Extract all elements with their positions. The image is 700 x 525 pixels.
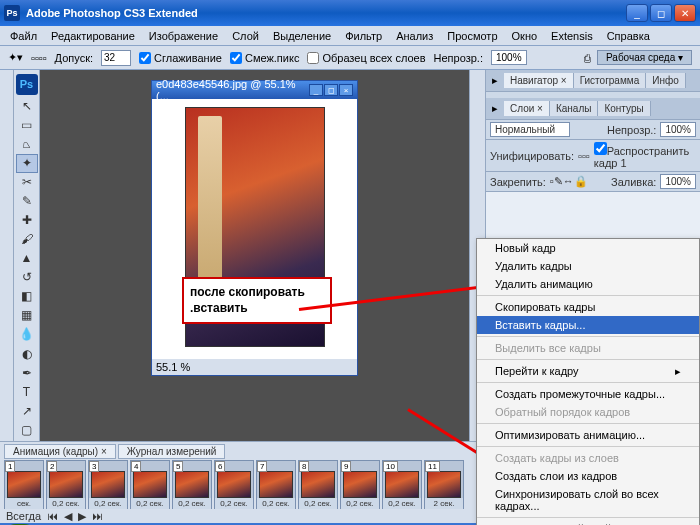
pen-tool[interactable]: ✒ <box>16 363 38 382</box>
all-layers-check[interactable]: Образец всех слоев <box>307 52 425 64</box>
rewind-icon[interactable]: ⏮ <box>47 510 58 522</box>
menu-file[interactable]: Файл <box>4 28 43 44</box>
frame-4[interactable]: 40,2 сек. <box>130 460 170 509</box>
fill-value[interactable]: 100% <box>660 174 696 189</box>
annotation-box: после скопировать .вставить <box>182 277 332 324</box>
frame-1[interactable]: 1сек. <box>4 460 44 509</box>
type-tool[interactable]: T <box>16 382 38 401</box>
eraser-tool[interactable]: ◧ <box>16 287 38 306</box>
frame-9[interactable]: 90,2 сек. <box>340 460 380 509</box>
tab-navigator[interactable]: Навигатор × <box>504 73 574 88</box>
cm-tween[interactable]: Создать промежуточные кадры... <box>477 385 699 403</box>
play-icon[interactable]: ▶ <box>78 510 86 523</box>
marquee-tool[interactable]: ▭ <box>16 116 38 135</box>
frame-5[interactable]: 50,2 сек. <box>172 460 212 509</box>
tab-animation[interactable]: Анимация (кадры) × <box>4 444 116 459</box>
dodge-tool[interactable]: ◐ <box>16 344 38 363</box>
opacity-value[interactable]: 100% <box>491 50 527 65</box>
lock-icons[interactable]: ▫✎↔🔒 <box>550 175 588 188</box>
minimize-button[interactable]: _ <box>626 4 648 22</box>
gear-icon[interactable]: ⎙ <box>584 52 591 64</box>
shape-tool[interactable]: ▢ <box>16 420 38 439</box>
zoom-value[interactable]: 55.1 % <box>156 361 190 373</box>
tab-info[interactable]: Инфо <box>646 73 686 88</box>
menu-view[interactable]: Просмотр <box>441 28 503 44</box>
antialias-check[interactable]: Сглаживание <box>139 52 222 64</box>
menu-edit[interactable]: Редактирование <box>45 28 141 44</box>
cm-delete-frames[interactable]: Удалить кадры <box>477 257 699 275</box>
layer-opacity[interactable]: 100% <box>660 122 696 137</box>
doc-max[interactable]: ◻ <box>324 84 338 96</box>
cm-select-all[interactable]: Выделить все кадры <box>477 339 699 357</box>
maximize-button[interactable]: ◻ <box>650 4 672 22</box>
titlebar: Ps Adobe Photoshop CS3 Extended _ ◻ ✕ <box>0 0 700 26</box>
close-button[interactable]: ✕ <box>674 4 696 22</box>
canvas-area: e0d483e45546.jpg @ 55.1% (... _ ◻ × посл… <box>40 70 469 441</box>
frame-2[interactable]: 20,2 сек. <box>46 460 86 509</box>
crop-tool[interactable]: ✂ <box>16 173 38 192</box>
expand-icon[interactable]: ▸ <box>486 74 504 87</box>
menu-layer[interactable]: Слой <box>226 28 265 44</box>
frame-7[interactable]: 70,2 сек. <box>256 460 296 509</box>
cm-delete-animation[interactable]: Удалить анимацию <box>477 275 699 293</box>
tab-histogram[interactable]: Гистограмма <box>574 73 647 88</box>
tab-layers[interactable]: Слои × <box>504 101 550 116</box>
path-tool[interactable]: ↗ <box>16 401 38 420</box>
cm-reverse[interactable]: Обратный порядок кадров <box>477 403 699 421</box>
gradient-tool[interactable]: ▦ <box>16 306 38 325</box>
stamp-tool[interactable]: ▲ <box>16 249 38 268</box>
doc-close[interactable]: × <box>339 84 353 96</box>
expand-icon-2[interactable]: ▸ <box>486 102 504 115</box>
brush-tool[interactable]: 🖌 <box>16 230 38 249</box>
menu-filter[interactable]: Фильтр <box>339 28 388 44</box>
tab-channels[interactable]: Каналы <box>550 101 599 116</box>
wand-icon: ✦▾ <box>8 51 23 64</box>
frame-8[interactable]: 80,2 сек. <box>298 460 338 509</box>
frame-3[interactable]: 30,2 сек. <box>88 460 128 509</box>
menu-help[interactable]: Справка <box>601 28 656 44</box>
toolbox: Ps ↖ ▭ ⏢ ✦ ✂ ✎ ✚ 🖌 ▲ ↺ ◧ ▦ 💧 ◐ ✒ T ↗ ▢ <box>14 70 40 441</box>
cm-paste-frames[interactable]: Вставить кадры... <box>477 316 699 334</box>
cm-new-frame[interactable]: Новый кадр <box>477 239 699 257</box>
history-brush-tool[interactable]: ↺ <box>16 268 38 287</box>
prev-icon[interactable]: ◀ <box>64 510 72 523</box>
frame-10[interactable]: 100,2 сек. <box>382 460 422 509</box>
cm-optimize[interactable]: Оптимизировать анимацию... <box>477 426 699 444</box>
menu-select[interactable]: Выделение <box>267 28 337 44</box>
unify-icons[interactable]: ▫▫▫ <box>578 150 590 162</box>
tab-measurement[interactable]: Журнал измерений <box>118 444 226 459</box>
tolerance-input[interactable] <box>101 50 131 66</box>
contiguous-check[interactable]: Смеж.пикс <box>230 52 299 64</box>
context-menu: Новый кадр Удалить кадры Удалить анимаци… <box>476 238 700 525</box>
frame-11[interactable]: 112 сек. <box>424 460 464 509</box>
cm-goto-frame[interactable]: Перейти к кадру <box>477 362 699 380</box>
blend-mode[interactable]: Нормальный <box>490 122 570 137</box>
wand-tool[interactable]: ✦ <box>16 154 38 173</box>
cm-sync-layer[interactable]: Синхронизировать слой во всех кадрах... <box>477 485 699 515</box>
cm-make-frames[interactable]: Создать кадры из слоев <box>477 449 699 467</box>
menu-extensis[interactable]: Extensis <box>545 28 599 44</box>
eyedropper-tool[interactable]: ✎ <box>16 192 38 211</box>
tab-paths[interactable]: Контуры <box>598 101 650 116</box>
menu-analysis[interactable]: Анализ <box>390 28 439 44</box>
healing-tool[interactable]: ✚ <box>16 211 38 230</box>
lasso-tool[interactable]: ⏢ <box>16 135 38 154</box>
workspace-button[interactable]: Рабочая среда ▾ <box>597 50 692 65</box>
opacity-label: Непрозр.: <box>434 52 483 64</box>
ps-badge: Ps <box>16 74 38 95</box>
options-bar: ✦▾ ▫▫▫▫ Допуск: Сглаживание Смеж.пикс Об… <box>0 46 700 70</box>
document-titlebar[interactable]: e0d483e45546.jpg @ 55.1% (... _ ◻ × <box>152 81 357 99</box>
doc-min[interactable]: _ <box>309 84 323 96</box>
cm-flatten-frames[interactable]: Создать слои из кадров <box>477 467 699 485</box>
blur-tool[interactable]: 💧 <box>16 325 38 344</box>
document-body[interactable]: после скопировать .вставить <box>152 99 357 359</box>
propagate-check[interactable]: Распространить кадр 1 <box>594 142 696 169</box>
next-icon[interactable]: ⏭ <box>92 510 103 522</box>
menu-image[interactable]: Изображение <box>143 28 224 44</box>
cm-new-layer-per-frame[interactable]: Создавать новый слой для каждого нового … <box>477 520 699 525</box>
loop-select[interactable]: Всегда <box>6 510 41 522</box>
frame-6[interactable]: 60,2 сек. <box>214 460 254 509</box>
cm-copy-frames[interactable]: Скопировать кадры <box>477 298 699 316</box>
move-tool[interactable]: ↖ <box>16 97 38 116</box>
menu-window[interactable]: Окно <box>506 28 544 44</box>
